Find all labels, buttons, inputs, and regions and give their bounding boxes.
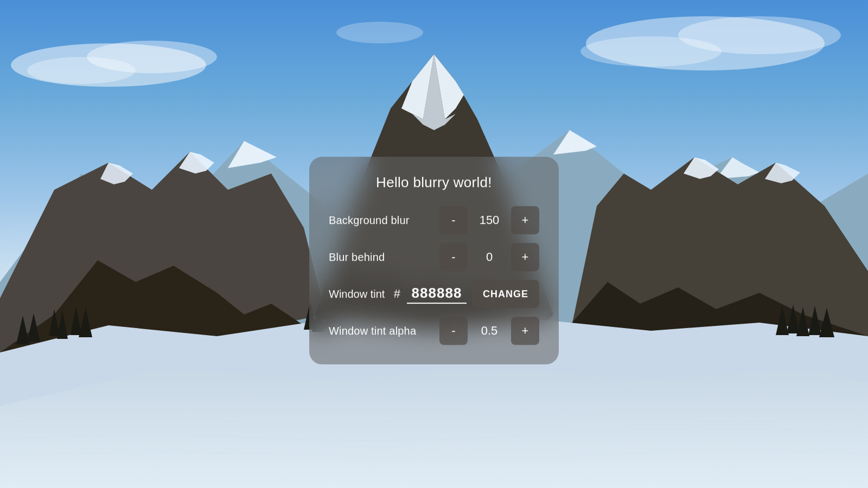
blur-behind-minus-button[interactable]: -	[439, 243, 468, 271]
window-tint-label: Window tint	[329, 288, 388, 300]
svg-point-7	[336, 22, 423, 43]
window-tint-input[interactable]	[407, 285, 467, 304]
window-tint-alpha-value: 0.5	[473, 324, 506, 338]
blur-behind-value: 0	[473, 250, 506, 264]
window-tint-hash: #	[394, 287, 400, 301]
svg-point-3	[27, 57, 136, 84]
background-blur-row: Background blur - 150 +	[329, 206, 539, 234]
blur-behind-plus-button[interactable]: +	[511, 243, 539, 271]
window-tint-alpha-minus-button[interactable]: -	[439, 317, 468, 345]
window-tint-alpha-row: Window tint alpha - 0.5 +	[329, 317, 539, 345]
dialog-title: Hello blurry world!	[329, 174, 539, 191]
settings-dialog: Hello blurry world! Background blur - 15…	[309, 157, 559, 364]
svg-marker-26	[0, 369, 868, 488]
window-tint-alpha-label: Window tint alpha	[329, 325, 434, 337]
background-blur-label: Background blur	[329, 214, 434, 227]
background-blur-value: 150	[473, 213, 506, 227]
blur-behind-row: Blur behind - 0 +	[329, 243, 539, 271]
window-tint-row: Window tint # CHANGE	[329, 280, 539, 308]
window-tint-change-button[interactable]: CHANGE	[472, 280, 539, 308]
blur-behind-label: Blur behind	[329, 251, 434, 264]
background-blur-plus-button[interactable]: +	[511, 206, 539, 234]
svg-point-6	[580, 36, 722, 67]
background-blur-minus-button[interactable]: -	[439, 206, 468, 234]
window-tint-alpha-plus-button[interactable]: +	[511, 317, 539, 345]
